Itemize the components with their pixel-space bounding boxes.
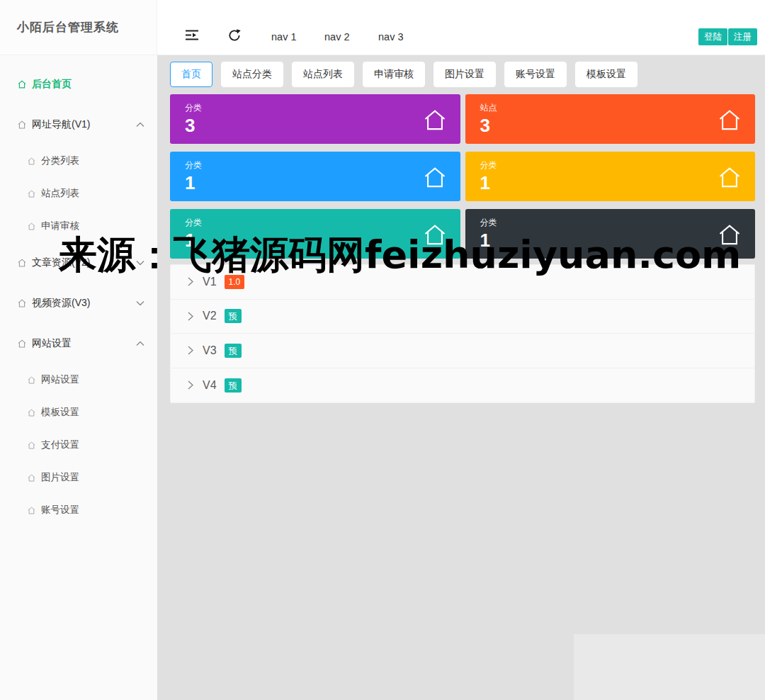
card-label: 分类	[480, 217, 756, 229]
sidebar-item-apply-review[interactable]: 申请审核	[0, 210, 157, 242]
sidebar-item-image-settings[interactable]: 图片设置	[0, 461, 157, 494]
home-icon	[27, 222, 36, 231]
sidebar-group-label: 网站设置	[32, 337, 72, 350]
card-value: 1	[185, 231, 460, 249]
sidebar-item-website-settings[interactable]: 网站设置	[0, 363, 157, 396]
chevron-right-icon	[188, 346, 193, 355]
refresh-icon[interactable]	[227, 28, 242, 43]
card-label: 分类	[480, 159, 756, 171]
home-icon	[17, 298, 27, 308]
card-value: 1	[480, 231, 756, 249]
sidebar-group-label: 视频资源(V3)	[32, 297, 90, 310]
sidebar-item-label: 支付设置	[41, 439, 79, 451]
home-icon	[17, 258, 27, 268]
tab-image-settings[interactable]: 图片设置	[434, 62, 496, 87]
home-icon	[17, 79, 27, 89]
collapse-row-v4[interactable]: V4 预	[171, 368, 754, 403]
nav-item-1[interactable]: nav 1	[271, 31, 296, 43]
stat-card-category-teal[interactable]: 分类 1	[170, 209, 460, 259]
sidebar-group-site-settings[interactable]: 网站设置	[0, 323, 157, 363]
app-window: 小陌后台管理系统 nav 1 nav 2 nav 3 登陆 注册	[0, 0, 765, 700]
sidebar-group-video-resource[interactable]: 视频资源(V3)	[0, 283, 157, 323]
version-label: V4	[203, 379, 217, 392]
nav-item-3[interactable]: nav 3	[378, 31, 403, 43]
card-label: 分类	[185, 217, 460, 229]
home-icon	[422, 164, 448, 193]
chevron-up-icon	[136, 122, 144, 127]
home-icon	[717, 222, 742, 250]
home-icon	[717, 164, 742, 193]
sidebar-item-category-list[interactable]: 分类列表	[0, 145, 157, 177]
register-button[interactable]: 注册	[728, 28, 757, 45]
sidebar-item-site-list[interactable]: 站点列表	[0, 177, 157, 210]
home-icon	[17, 120, 27, 130]
sidebar-item-template-settings[interactable]: 模板设置	[0, 396, 157, 429]
version-badge: 预	[225, 309, 242, 323]
sidebar-group-label: 文章资源(V2)	[32, 256, 90, 269]
sidebar-group-url-nav[interactable]: 网址导航(V1)	[0, 104, 157, 145]
home-icon	[422, 222, 448, 250]
stat-card-category-blue[interactable]: 分类 1	[170, 152, 460, 201]
stat-card-site-orange[interactable]: 站点 3	[465, 94, 756, 144]
sidebar: 后台首页 网址导航(V1) 分类列表 站点列表	[0, 55, 157, 700]
card-value: 3	[480, 116, 756, 135]
home-icon	[27, 157, 36, 166]
chevron-right-icon	[188, 277, 193, 286]
tab-apply-review[interactable]: 申请审核	[363, 62, 425, 87]
version-collapse-panel: V1 1.0 V2 预 V3 预 V4	[170, 264, 755, 403]
chevron-right-icon	[188, 312, 193, 321]
stat-card-category-purple[interactable]: 分类 3	[170, 94, 460, 144]
top-header: 小陌后台管理系统 nav 1 nav 2 nav 3 登陆 注册	[0, 0, 765, 55]
sidebar-item-home[interactable]: 后台首页	[0, 64, 157, 104]
home-icon	[27, 441, 36, 450]
version-label: V2	[203, 310, 217, 322]
main-content: 首页 站点分类 站点列表 申请审核 图片设置 账号设置 模板设置 分类 3 站点…	[157, 55, 765, 700]
tab-account-settings[interactable]: 账号设置	[504, 62, 567, 87]
version-label: V3	[203, 344, 217, 357]
version-badge: 预	[225, 344, 242, 358]
sidebar-item-payment-settings[interactable]: 支付设置	[0, 429, 157, 461]
collapse-menu-icon[interactable]	[185, 29, 199, 41]
chevron-down-icon	[136, 260, 144, 265]
tab-home[interactable]: 首页	[170, 62, 212, 87]
sidebar-item-label: 模板设置	[41, 406, 79, 419]
version-label: V1	[203, 276, 217, 288]
sidebar-item-label: 网站设置	[41, 373, 79, 386]
tab-site-list[interactable]: 站点列表	[292, 62, 354, 87]
sidebar-item-label: 申请审核	[41, 220, 79, 232]
card-label: 站点	[480, 102, 756, 114]
stat-card-category-dark[interactable]: 分类 1	[465, 209, 756, 259]
sidebar-item-label: 图片设置	[41, 471, 79, 484]
login-button[interactable]: 登陆	[698, 28, 727, 45]
home-icon	[717, 107, 742, 135]
home-icon	[27, 189, 36, 198]
chevron-right-icon	[188, 380, 193, 390]
sidebar-item-label: 后台首页	[32, 78, 72, 91]
tab-site-category[interactable]: 站点分类	[221, 62, 283, 87]
chevron-down-icon	[136, 300, 144, 305]
sidebar-item-label: 分类列表	[41, 154, 79, 167]
stats-card-grid: 分类 3 站点 3 分类 1 分类	[170, 94, 755, 259]
nav-item-2[interactable]: nav 2	[324, 31, 349, 43]
sidebar-group-label: 网址导航(V1)	[32, 118, 90, 131]
home-icon	[422, 107, 448, 135]
sidebar-item-label: 账号设置	[41, 504, 79, 516]
sidebar-item-account-settings[interactable]: 账号设置	[0, 494, 157, 526]
collapse-row-v3[interactable]: V3 预	[171, 334, 754, 368]
chevron-up-icon	[136, 341, 144, 346]
home-icon	[27, 376, 36, 385]
card-value: 1	[480, 174, 756, 192]
tab-bar: 首页 站点分类 站点列表 申请审核 图片设置 账号设置 模板设置	[170, 62, 755, 87]
card-label: 分类	[185, 159, 460, 171]
app-title: 小陌后台管理系统	[17, 0, 157, 55]
collapse-row-v1[interactable]: V1 1.0	[171, 265, 754, 300]
card-label: 分类	[185, 102, 460, 114]
sidebar-item-label: 站点列表	[41, 187, 79, 200]
collapse-row-v2[interactable]: V2 预	[171, 300, 754, 334]
stat-card-category-yellow[interactable]: 分类 1	[465, 152, 756, 201]
card-value: 3	[185, 116, 460, 135]
version-badge: 1.0	[225, 275, 245, 289]
tab-template-settings[interactable]: 模板设置	[575, 62, 638, 87]
home-icon	[17, 339, 27, 349]
sidebar-group-article-resource[interactable]: 文章资源(V2)	[0, 242, 157, 283]
